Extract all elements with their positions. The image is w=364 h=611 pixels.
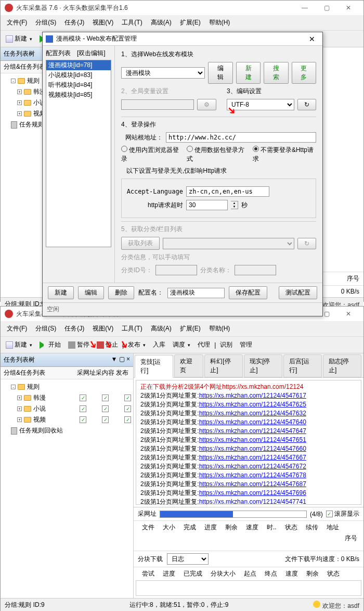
log-url[interactable]: https://xs.mkzhan.com/12124/4547741: [199, 498, 306, 505]
content-checkbox[interactable]: ✓: [102, 405, 109, 412]
menu-file[interactable]: 文件(F): [3, 16, 31, 29]
save-config-button[interactable]: 保存配置: [229, 286, 267, 299]
encoding-refresh-button[interactable]: ↻: [297, 99, 316, 110]
log-output[interactable]: 正在下载并分析2级第4个网址https://xs.mkzhan.com/1212…: [136, 380, 361, 505]
log-select[interactable]: 日志: [167, 553, 209, 565]
stop-button[interactable]: 停止: [94, 339, 121, 351]
tree-item[interactable]: +视频✓✓✓: [3, 414, 131, 425]
log-url[interactable]: https://xs.mkzhan.com/12124/4547647: [199, 427, 306, 435]
maximize-button[interactable]: ▢: [316, 1, 337, 15]
log-url[interactable]: https://xs.mkzhan.com/12124/4547687: [199, 480, 306, 488]
minimize-button[interactable]: —: [294, 1, 316, 15]
timeout-spinner[interactable]: ▲▼: [231, 201, 238, 209]
close-button[interactable]: ✕: [337, 1, 359, 15]
list-item[interactable]: 视频模块[id=85]: [46, 90, 111, 100]
menu-task[interactable]: 任务(J): [60, 16, 88, 29]
encoding-select[interactable]: UTF-8: [227, 99, 294, 110]
new-module-button[interactable]: 新建: [236, 62, 261, 84]
publish-checkbox[interactable]: ✓: [124, 416, 131, 423]
accept-lang-input[interactable]: [186, 186, 269, 197]
tree-item[interactable]: +小说✓✓✓: [3, 403, 131, 414]
close-button[interactable]: ✕: [337, 307, 359, 321]
config-name-input[interactable]: [167, 288, 225, 298]
login-note: 以下设置与登录无关,仅影响Http请求: [126, 167, 316, 175]
menu-ext[interactable]: 扩展(E): [176, 322, 205, 335]
menu-help[interactable]: 帮助(H): [205, 16, 235, 29]
footer-new-button[interactable]: 新建: [48, 286, 74, 299]
dialog-close-button[interactable]: ✕: [305, 35, 319, 43]
pause-icon: [68, 341, 75, 349]
tab[interactable]: 科幻[停止]: [204, 354, 243, 377]
dispatch-button[interactable]: 调度▾: [170, 339, 193, 351]
tab[interactable]: 后宫[运行]: [283, 354, 322, 377]
test-config-button[interactable]: 测试配置: [279, 286, 317, 299]
menu-view[interactable]: 视图(V): [88, 16, 118, 29]
footer-delete-button[interactable]: 删除: [108, 286, 134, 299]
footer-edit-button[interactable]: 编辑: [78, 286, 104, 299]
proxy-button[interactable]: 代理: [194, 339, 213, 351]
publish-button[interactable]: 发布▾: [125, 339, 149, 351]
login-packet-radio[interactable]: 使用数据包登录方式: [187, 146, 247, 163]
import-button[interactable]: 入库: [150, 339, 168, 351]
tab[interactable]: 励志[停止]: [323, 354, 361, 377]
url-checkbox[interactable]: ✓: [80, 416, 86, 423]
login-none-radio[interactable]: 不需要登录&Http请求: [253, 146, 316, 163]
sidebar-tab[interactable]: 分组&任务列表: [4, 368, 77, 377]
publish-checkbox[interactable]: ✓: [124, 394, 131, 401]
module-select[interactable]: 漫画模块: [121, 67, 205, 79]
root-url-input[interactable]: [166, 132, 316, 143]
log-url[interactable]: https://xs.mkzhan.com/12124/4547696: [199, 489, 306, 497]
log-url[interactable]: https://xs.mkzhan.com/12124/4547640: [199, 418, 306, 426]
search-module-button[interactable]: 搜索: [264, 62, 288, 84]
menu-task[interactable]: 任务(J): [60, 322, 88, 335]
menu-view[interactable]: 视图(V): [88, 322, 118, 335]
tree-item[interactable]: +韩漫✓✓✓: [3, 392, 131, 403]
menu-help[interactable]: 帮助(H): [205, 322, 235, 335]
list-item[interactable]: 听书模块[id=84]: [46, 80, 111, 90]
tab[interactable]: 欢迎页: [174, 354, 203, 377]
tab[interactable]: 竞技[运行]: [135, 355, 173, 378]
menu-group[interactable]: 分组(S): [31, 16, 60, 29]
tab[interactable]: 现实[停止]: [244, 354, 282, 377]
log-url[interactable]: https://xs.mkzhan.com/12124/4547625: [199, 401, 306, 408]
new-button[interactable]: 新建▾: [3, 339, 35, 351]
menu-ext[interactable]: 扩展(E): [176, 16, 205, 29]
menu-tools[interactable]: 工具(T): [118, 16, 146, 29]
log-url[interactable]: https://xs.mkzhan.com/12124/4547617: [199, 392, 306, 399]
url-checkbox[interactable]: ✓: [80, 405, 86, 412]
app-icon: [5, 310, 13, 318]
login-browser-radio[interactable]: 使用内置浏览器登录: [121, 146, 181, 163]
log-url[interactable]: https://xs.mkzhan.com/12124/4547678: [199, 472, 306, 479]
web-publish-config-dialog: 漫画模块 - Web发布配置管理 ✕ 配置列表 [双击编辑] 漫画模块[id=7…: [42, 32, 323, 316]
log-url[interactable]: https://xs.mkzhan.com/12124/4547672: [199, 463, 306, 470]
panel-buttons[interactable]: ▼ ▢ ×: [111, 355, 130, 364]
log-url[interactable]: https://xs.mkzhan.com/12124/4547651: [199, 436, 306, 443]
menu-tools[interactable]: 工具(T): [118, 322, 146, 335]
menu-group[interactable]: 分组(S): [31, 322, 60, 335]
publish-checkbox[interactable]: ✓: [124, 405, 131, 412]
menu-advanced[interactable]: 高级(A): [147, 322, 176, 335]
content-checkbox[interactable]: ✓: [102, 416, 109, 423]
new-button[interactable]: 新建▾: [3, 33, 35, 45]
pause-button[interactable]: 暂停: [65, 339, 93, 351]
timeout-input[interactable]: [186, 200, 228, 210]
manage-button[interactable]: 管理: [237, 339, 255, 351]
log-url[interactable]: https://xs.mkzhan.com/12124/4547632: [199, 410, 306, 417]
edit-module-button[interactable]: 编辑: [208, 62, 232, 84]
config-listbox[interactable]: 漫画模块[id=78]小说模块[id=83]听书模块[id=84]视频模块[id…: [46, 60, 111, 247]
start-button[interactable]: 开始: [36, 339, 64, 351]
content-checkbox[interactable]: ✓: [102, 394, 109, 401]
log-url[interactable]: https://xs.mkzhan.com/12124/4547660: [199, 445, 306, 452]
list-item[interactable]: 漫画模块[id=78]: [46, 60, 111, 70]
detect-button[interactable]: 识别: [217, 339, 236, 351]
tree-item[interactable]: -规则: [3, 381, 131, 392]
url-checkbox[interactable]: ✓: [80, 394, 86, 401]
sidebar-tab[interactable]: 分组&任务列表: [4, 62, 45, 71]
menu-advanced[interactable]: 高级(A): [147, 16, 176, 29]
menu-file[interactable]: 文件(F): [3, 322, 31, 335]
scroll-checkbox[interactable]: ✓ 滚屏显示: [326, 510, 359, 518]
more-module-button[interactable]: 更多: [292, 62, 316, 84]
list-item[interactable]: 小说模块[id=83]: [46, 70, 111, 80]
log-url[interactable]: https://xs.mkzhan.com/12124/4547667: [199, 454, 306, 461]
recycle-bin[interactable]: 任务规则回收站: [3, 425, 131, 436]
